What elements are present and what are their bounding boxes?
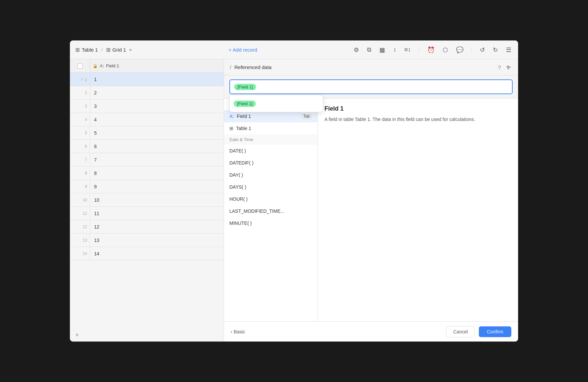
row-number-3: 3 (70, 100, 90, 113)
row-number-13: 13 (70, 234, 90, 247)
autocomplete-dropdown: [Field 1] (229, 95, 323, 112)
row-number-9: 9 (70, 180, 90, 193)
last-modified-function-label: LAST_MODIFIED_TIME... (229, 208, 284, 214)
row-number-7: 7 (70, 153, 90, 166)
table-row[interactable]: 4 4 (70, 113, 224, 126)
table-row[interactable]: 2 2 (70, 86, 224, 100)
group-button[interactable]: ≡↕ (403, 45, 412, 55)
row-cell-7[interactable]: 7 (90, 153, 224, 166)
settings-button[interactable]: ⚙ (352, 45, 360, 55)
function-detail-description: A field in table Table 1. The data in th… (324, 116, 511, 123)
grid-chevron[interactable]: ▾ (129, 47, 132, 53)
row-cell-10[interactable]: 10 (90, 193, 224, 206)
back-label: Basic (234, 329, 245, 334)
hour-function-item[interactable]: HOUR( ) (224, 193, 317, 205)
row-number-11: 11 (70, 207, 90, 220)
datedif-function-label: DATEDIF( ) (229, 160, 253, 166)
formula-input[interactable]: [Field 1] (229, 79, 513, 94)
row-number-2: 2 (70, 86, 90, 99)
table-row[interactable]: ⤢ 1 1 (70, 73, 224, 86)
search-button[interactable]: ☰ (505, 45, 513, 55)
table1-item[interactable]: ⊞ Table 1 (224, 122, 317, 134)
toolbar-divider-2 (471, 47, 472, 53)
ref-data-title: Referenced data (234, 64, 503, 70)
formula-panel-inner: Select data Aː Field 1 Tab ⊞ Table 1 Dat… (224, 99, 518, 321)
back-button[interactable]: ‹ Basic (231, 329, 245, 334)
ref-data-header: ƒ Referenced data + (224, 59, 518, 75)
lock-icon: 🔒 (93, 64, 98, 68)
grid-icon: ⊞ (106, 47, 111, 53)
sort-button[interactable]: ↕ (392, 45, 397, 55)
confirm-button[interactable]: Confirm (479, 326, 511, 337)
minute-function-label: MINUTE( ) (229, 220, 252, 226)
table-row[interactable]: 14 14 (70, 247, 224, 260)
breadcrumb-separator: / (101, 47, 102, 53)
row-cell-4[interactable]: 4 (90, 113, 224, 126)
add-record-button[interactable]: + Add record (225, 45, 261, 55)
table-row[interactable]: 8 8 (70, 167, 224, 180)
field1-item-badge: Tab (301, 114, 312, 119)
row-cell-11[interactable]: 11 (90, 207, 224, 220)
filter-button[interactable]: ⧉ (366, 45, 373, 55)
toolbar-divider-1 (419, 47, 419, 53)
row-cell-12[interactable]: 12 (90, 220, 224, 233)
row-number-6: 6 (70, 140, 90, 153)
table-body: ⤢ 1 1 2 2 3 3 4 4 5 (70, 73, 224, 329)
table-row[interactable]: 12 12 (70, 220, 224, 234)
day-function-item[interactable]: DAY( ) (224, 169, 317, 181)
header-checkbox-cell (70, 59, 90, 72)
row-cell-5[interactable]: 5 (90, 126, 224, 139)
add-row-button[interactable]: + (70, 329, 224, 341)
formula-panel: Select data Aː Field 1 Tab ⊞ Table 1 Dat… (224, 99, 518, 321)
row-cell-3[interactable]: 3 (90, 100, 224, 113)
row-cell-14[interactable]: 14 (90, 247, 224, 260)
table-icon: ⊞ (75, 47, 80, 53)
share-button[interactable]: ⬡ (441, 45, 449, 55)
row-cell-2[interactable]: 2 (90, 86, 224, 99)
date-time-section-header: Date & Time (224, 134, 317, 145)
table-row[interactable]: 7 7 (70, 153, 224, 167)
redo-button[interactable]: ↻ (492, 45, 499, 55)
table-row[interactable]: 10 10 (70, 193, 224, 207)
table-row[interactable]: 5 5 (70, 126, 224, 140)
table-header: 🔒 Aː Field 1 (70, 59, 224, 73)
field1-item-label: Field 1 (237, 114, 251, 119)
table-name: Table 1 (82, 47, 98, 53)
minute-function-item[interactable]: MINUTE( ) (224, 217, 317, 229)
fields-button[interactable]: ▦ (378, 45, 386, 55)
header-field1: 🔒 Aː Field 1 (90, 59, 224, 72)
row-cell-13[interactable]: 13 (90, 234, 224, 247)
clock-button[interactable]: ⏰ (426, 45, 436, 55)
row-expand-icon[interactable]: ⤢ (80, 77, 83, 81)
text-field-icon: Aː (100, 63, 104, 68)
function-list: Select data Aː Field 1 Tab ⊞ Table 1 Dat… (224, 99, 318, 321)
date-function-item[interactable]: DATE( ) (224, 145, 317, 157)
datedif-function-item[interactable]: DATEDIF( ) (224, 157, 317, 169)
table-row[interactable]: 6 6 (70, 140, 224, 153)
table-row[interactable]: 13 13 (70, 234, 224, 247)
row-cell-8[interactable]: 8 (90, 167, 224, 180)
toolbar-center: + Add record (136, 45, 350, 55)
table-row[interactable]: 9 9 (70, 180, 224, 193)
cancel-button[interactable]: Cancel (446, 326, 475, 337)
date-function-label: DATE( ) (229, 148, 246, 153)
last-modified-function-item[interactable]: LAST_MODIFIED_TIME... (224, 205, 317, 217)
main-content: 🔒 Aː Field 1 ⤢ 1 1 2 2 3 (70, 59, 518, 341)
autocomplete-item[interactable]: [Field 1] (230, 98, 323, 109)
row-cell-6[interactable]: 6 (90, 140, 224, 153)
table-area: 🔒 Aː Field 1 ⤢ 1 1 2 2 3 (70, 59, 224, 341)
table-row[interactable]: 11 11 (70, 207, 224, 220)
undo-button[interactable]: ↺ (479, 45, 486, 55)
comment-button[interactable]: 💬 (455, 45, 465, 55)
days-function-label: DAYS( ) (229, 184, 246, 190)
days-function-item[interactable]: DAYS( ) (224, 181, 317, 193)
row-cell-9[interactable]: 9 (90, 180, 224, 193)
bottom-bar: ‹ Basic Cancel Confirm (224, 321, 518, 341)
expand-button[interactable]: ⤢ (506, 63, 513, 72)
row-number-8: 8 (70, 167, 90, 180)
row-cell-1[interactable]: 1 (90, 73, 224, 86)
row-number-5: 5 (70, 126, 90, 139)
table-row[interactable]: 3 3 (70, 100, 224, 113)
help-button[interactable]: ? (497, 64, 502, 72)
select-all-checkbox[interactable] (77, 63, 83, 69)
